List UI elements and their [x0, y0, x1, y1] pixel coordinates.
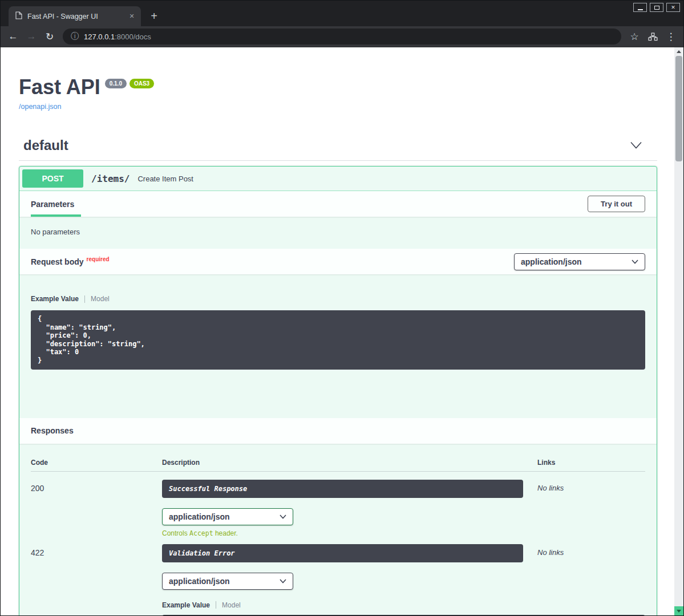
tag-title: default: [23, 137, 68, 153]
accept-note-prefix: Controls: [162, 529, 189, 537]
response-row-422: 422 Validation Error application/json: [31, 537, 645, 615]
window-maximize-button[interactable]: [650, 3, 663, 12]
response-example-block: [162, 615, 645, 615]
window-controls: ✕: [633, 3, 680, 12]
selected-media-type: application/json: [521, 257, 582, 266]
request-body-example: { "name": "string", "price": 0, "descrip…: [31, 310, 645, 370]
forward-button[interactable]: →: [23, 29, 40, 44]
responses-header: Responses: [19, 418, 657, 444]
scrollbar-up-button[interactable]: [674, 47, 683, 56]
accept-header-note: Controls Accept header.: [162, 529, 537, 537]
no-parameters-text: No parameters: [31, 228, 645, 236]
response-media-type-select[interactable]: application/json: [162, 573, 293, 590]
operation-description: Create Item Post: [137, 175, 193, 183]
responses-table-header: Code Description Links: [31, 459, 645, 472]
parameters-tab[interactable]: Parameters: [31, 191, 81, 217]
method-badge: POST: [22, 169, 83, 188]
selected-media-type: application/json: [169, 577, 230, 586]
back-button[interactable]: ←: [5, 29, 22, 44]
tab-divider: [84, 295, 85, 303]
browser-tab[interactable]: Fast API - Swagger UI ✕: [9, 6, 141, 26]
no-links-text: No links: [537, 480, 645, 537]
response-code: 422: [31, 544, 162, 590]
window-minimize-button[interactable]: [633, 3, 647, 12]
close-icon: ✕: [671, 5, 675, 10]
url-host: 127.0.0.1: [84, 33, 115, 41]
opblock-post-items: POST /items/ Create Item Post Parameters…: [19, 166, 657, 615]
operation-path: /items/: [89, 173, 132, 184]
accept-note-code: Accept: [189, 529, 213, 537]
selected-media-type: application/json: [169, 512, 230, 521]
chevron-down-icon: [632, 260, 638, 264]
request-body-title: Request body: [31, 257, 84, 266]
chevron-down-icon: [280, 514, 286, 519]
down-arrow-icon: [677, 610, 681, 613]
tab-groups-icon[interactable]: [644, 29, 661, 44]
example-model-tabs: Example Value Model: [162, 601, 645, 609]
try-it-out-button[interactable]: Try it out: [588, 196, 645, 212]
chevron-down-icon[interactable]: [630, 141, 642, 149]
column-links: Links: [537, 459, 645, 467]
accept-note-suffix: header.: [213, 529, 238, 537]
api-info: Fast API 0.1.0 OAS3 /openapi.json: [19, 47, 657, 111]
no-links-text: No links: [537, 544, 645, 590]
request-body-header: Request body required application/json: [19, 249, 657, 274]
tag-section-header[interactable]: default: [19, 137, 657, 161]
tab-example-value[interactable]: Example Value: [162, 601, 210, 609]
minimize-icon: [638, 9, 643, 10]
response-description: Validation Error: [162, 544, 523, 562]
oas3-badge: OAS3: [129, 79, 154, 88]
maximize-icon: [654, 6, 659, 10]
browser-window: Fast API - Swagger UI ✕ + ✕ ← → ↻ ⓘ 127.…: [0, 0, 684, 616]
chevron-down-icon: [280, 579, 286, 583]
new-tab-button[interactable]: +: [147, 9, 161, 23]
response-row-200: 200 Successful Response application/json: [31, 472, 645, 537]
address-bar[interactable]: ⓘ 127.0.0.1:8000/docs: [63, 29, 621, 44]
browser-toolbar: ← → ↻ ⓘ 127.0.0.1:8000/docs ☆ ⋮: [1, 26, 683, 47]
tab-divider: [216, 601, 216, 609]
window-close-button[interactable]: ✕: [666, 3, 680, 12]
url-text: 127.0.0.1:8000/docs: [84, 33, 151, 41]
site-info-icon[interactable]: ⓘ: [71, 31, 79, 42]
parameters-body: No parameters: [19, 217, 657, 249]
response-example-section: Example Value Model: [162, 601, 645, 615]
up-arrow-icon: [677, 50, 681, 53]
request-body-section: Example Value Model { "name": "string", …: [19, 274, 657, 370]
request-media-type-select[interactable]: application/json: [514, 253, 645, 270]
tab-model[interactable]: Model: [222, 601, 241, 609]
column-description: Description: [162, 459, 537, 467]
bookmark-star-icon[interactable]: ☆: [626, 29, 643, 44]
page-title: Fast API: [19, 76, 100, 99]
required-label: required: [87, 256, 110, 262]
tab-example-value[interactable]: Example Value: [31, 295, 79, 303]
tab-model[interactable]: Model: [91, 295, 110, 303]
column-code: Code: [31, 459, 162, 467]
version-badge: 0.1.0: [105, 79, 127, 88]
scrollbar-thumb[interactable]: [675, 56, 682, 161]
page-scrollbar[interactable]: [674, 47, 683, 615]
example-model-tabs: Example Value Model: [31, 295, 645, 303]
titlebar: Fast API - Swagger UI ✕ + ✕: [1, 1, 683, 26]
parameters-header: Parameters Try it out: [19, 191, 657, 217]
operation-summary[interactable]: POST /items/ Create Item Post: [19, 167, 657, 191]
scrollbar-down-button[interactable]: [674, 606, 683, 615]
tab-title: Fast API - Swagger UI: [27, 13, 122, 21]
menu-icon[interactable]: ⋮: [662, 29, 679, 44]
url-path: :8000/docs: [115, 33, 151, 41]
tag-section-default: default POST /items/ Create Item Post Pa…: [19, 137, 657, 615]
responses-section: Code Description Links 200 Successful Re…: [19, 444, 657, 615]
response-media-type-select[interactable]: application/json: [162, 508, 293, 525]
page-document-icon: [15, 11, 22, 22]
reload-button[interactable]: ↻: [41, 29, 58, 44]
response-description: Successful Response: [162, 480, 523, 498]
response-code: 200: [31, 480, 162, 537]
responses-title: Responses: [31, 426, 74, 435]
tab-close-icon[interactable]: ✕: [127, 12, 136, 21]
api-badges: 0.1.0 OAS3: [105, 79, 154, 88]
page-content: Fast API 0.1.0 OAS3 /openapi.json defaul…: [1, 47, 683, 615]
openapi-spec-link[interactable]: /openapi.json: [19, 103, 61, 111]
